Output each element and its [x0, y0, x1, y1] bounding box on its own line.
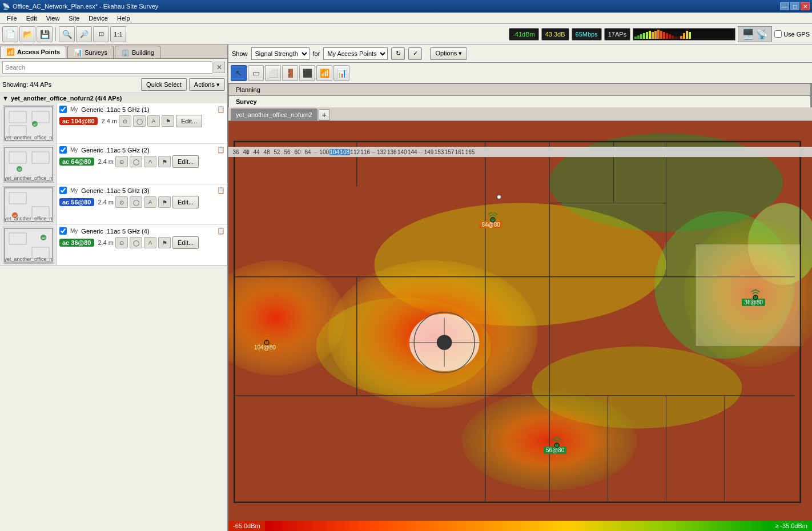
- quick-select-button[interactable]: Quick Select: [141, 78, 187, 91]
- new-button[interactable]: 📄: [2, 26, 18, 42]
- ap-marker-56[interactable]: 56@80: [544, 437, 566, 454]
- tab-access-points[interactable]: 📶 Access Points: [0, 46, 66, 58]
- ap-checkbox-1[interactable]: [59, 106, 67, 113]
- gps-checkbox-area[interactable]: Use GPS: [774, 30, 810, 38]
- building-icon: 🏢: [121, 49, 130, 57]
- ap-flag-icon-2[interactable]: ⚑: [158, 156, 171, 167]
- close-button[interactable]: ✕: [801, 2, 810, 10]
- minimize-button[interactable]: —: [780, 2, 789, 10]
- ap-edit-button-4[interactable]: Edit...: [172, 236, 199, 249]
- ap-channel-2: ac 64@80: [59, 158, 94, 166]
- ap-marker-36[interactable]: 36@80: [742, 289, 765, 306]
- zoom-in-button[interactable]: 🔍: [59, 26, 75, 42]
- menu-edit[interactable]: Edit: [22, 14, 42, 23]
- ch-64[interactable]: 64: [303, 149, 313, 155]
- door-tool-button[interactable]: 🚪: [282, 65, 298, 81]
- search-input[interactable]: [2, 61, 212, 74]
- select-tool-button[interactable]: ↖: [231, 65, 247, 81]
- actions-button[interactable]: Actions ▾: [189, 78, 225, 91]
- ap-checkbox-4[interactable]: [59, 227, 67, 235]
- ap-copy-icon-4[interactable]: 📋: [217, 227, 225, 235]
- window-tool-button[interactable]: ⬛: [299, 65, 315, 81]
- save-button[interactable]: 💾: [37, 26, 53, 42]
- ch-165[interactable]: 165: [465, 149, 475, 155]
- lock-button[interactable]: ✓: [408, 47, 422, 60]
- ch-157[interactable]: 157: [444, 149, 455, 155]
- ap-edit-button-1[interactable]: Edit...: [176, 115, 202, 127]
- tab-building[interactable]: 🏢 Building: [115, 46, 160, 58]
- zoom-out-button[interactable]: 🔎: [76, 26, 92, 42]
- ap-power-icon-4[interactable]: A: [144, 237, 156, 248]
- ap-pattern-icon-2[interactable]: ◯: [130, 156, 142, 167]
- ap-tool-button[interactable]: 📶: [316, 65, 332, 81]
- ch-48[interactable]: 48: [262, 149, 272, 155]
- signal-type-select[interactable]: Signal Strength SNR Data Rate PHY Rate: [251, 47, 309, 60]
- ap-copy-icon-3[interactable]: 📋: [217, 187, 225, 194]
- ap-pattern-icon-1[interactable]: ◯: [133, 115, 146, 127]
- zoom-100-button[interactable]: 1:1: [110, 26, 126, 42]
- menu-file[interactable]: File: [2, 14, 22, 23]
- ch-136[interactable]: 136: [387, 149, 397, 155]
- ch-104[interactable]: 104: [329, 149, 340, 155]
- ch-56[interactable]: 56: [282, 149, 292, 155]
- ch-100[interactable]: 100: [319, 149, 329, 155]
- wall-tool-button[interactable]: ▭: [248, 65, 264, 81]
- ap-filter-select[interactable]: My Access Points All Access Points: [323, 47, 388, 60]
- ap-copy-icon-1[interactable]: 📋: [217, 106, 225, 113]
- ch-40[interactable]: 40: [241, 149, 251, 155]
- menu-view[interactable]: View: [42, 14, 65, 23]
- open-button[interactable]: 📂: [19, 26, 35, 42]
- ap-flag-icon-4[interactable]: ⚑: [158, 237, 171, 248]
- add-floor-button[interactable]: +: [319, 109, 330, 120]
- ch-60[interactable]: 60: [292, 149, 303, 155]
- ap-antenna-icon-4[interactable]: ⊙: [115, 237, 128, 248]
- ch-36[interactable]: 36: [231, 149, 241, 155]
- ch-149[interactable]: 149: [424, 149, 434, 155]
- ap-flag-icon-3[interactable]: ⚑: [158, 196, 171, 208]
- ap-power-icon-2[interactable]: A: [144, 156, 156, 167]
- ap-power-icon-3[interactable]: A: [144, 196, 156, 208]
- ch-44[interactable]: 44: [251, 149, 262, 155]
- ap-copy-icon-2[interactable]: 📋: [217, 146, 225, 154]
- ch-116[interactable]: 116: [360, 149, 371, 155]
- ap-antenna-icon-1[interactable]: ⊙: [119, 115, 131, 127]
- ap-checkbox-2[interactable]: [59, 146, 67, 154]
- menu-site[interactable]: Site: [64, 14, 84, 23]
- window-controls[interactable]: — □ ✕: [780, 2, 810, 10]
- ap-pattern-icon-3[interactable]: ◯: [130, 196, 142, 208]
- ap-power-icon-1[interactable]: A: [147, 115, 160, 127]
- survey-tool-button[interactable]: 📊: [333, 65, 349, 81]
- clear-search-button[interactable]: ✕: [214, 62, 225, 73]
- fit-button[interactable]: ⊡: [93, 26, 109, 42]
- ch-112[interactable]: 112: [350, 149, 360, 155]
- gps-checkbox[interactable]: [774, 30, 782, 38]
- ch-153[interactable]: 153: [434, 149, 444, 155]
- ch-161[interactable]: 161: [455, 149, 465, 155]
- menu-help[interactable]: Help: [112, 14, 135, 23]
- ap-flag-icon-1[interactable]: ⚑: [162, 115, 174, 127]
- ap-edit-button-3[interactable]: Edit...: [172, 196, 199, 208]
- tab-surveys[interactable]: 📊 Surveys: [67, 46, 114, 58]
- room-tool-button[interactable]: ⬜: [265, 65, 281, 81]
- refresh-button[interactable]: ↻: [391, 47, 405, 60]
- ap-marker-84[interactable]: 84@80: [479, 211, 502, 228]
- ch-132[interactable]: 132: [376, 149, 387, 155]
- ch-144[interactable]: 144: [407, 149, 417, 155]
- ap-checkbox-3[interactable]: [59, 187, 67, 194]
- ap-antenna-icon-3[interactable]: ⊙: [115, 196, 128, 208]
- ch-52[interactable]: 52: [272, 149, 282, 155]
- ap-marker-104[interactable]: 104@80: [252, 334, 278, 351]
- floor-plan[interactable]: 36 40 44 48 52 56 60 64 -- 100 104 108 1…: [228, 121, 812, 531]
- maximize-button[interactable]: □: [790, 2, 799, 10]
- ch-140[interactable]: 140: [397, 149, 407, 155]
- planning-tab[interactable]: Planning: [228, 83, 811, 95]
- ch-108[interactable]: 108: [340, 149, 350, 155]
- floor-tab[interactable]: yet_another_office_nofurn2: [231, 108, 317, 120]
- ap-group-header[interactable]: ▼ yet_another_office_nofurn2 (4/4 APs): [0, 93, 227, 103]
- ap-edit-button-2[interactable]: Edit...: [172, 155, 199, 168]
- ap-pattern-icon-4[interactable]: ◯: [130, 237, 142, 248]
- ap-antenna-icon-2[interactable]: ⊙: [115, 156, 128, 167]
- options-button[interactable]: Options ▾: [430, 47, 467, 60]
- menu-device[interactable]: Device: [84, 14, 112, 23]
- survey-tab[interactable]: Survey: [228, 95, 811, 107]
